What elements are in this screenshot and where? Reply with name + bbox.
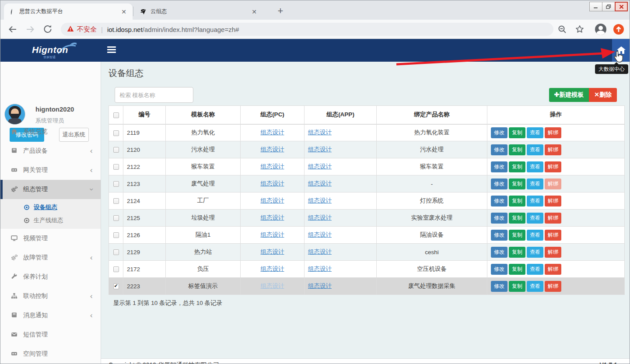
pc-config-link[interactable]: 组态设计 (261, 266, 284, 272)
delete-button[interactable]: ✕删除 (589, 88, 617, 102)
row-checkbox[interactable] (113, 198, 119, 204)
sidebar-submenu-item[interactable]: 设备组态 (0, 201, 101, 214)
sidebar-item-2[interactable]: 产品设备 ‹ (0, 141, 101, 161)
zoom-out-icon[interactable] (557, 24, 567, 35)
row-checkbox[interactable] (113, 181, 119, 187)
row-checkbox[interactable] (113, 249, 119, 255)
sidebar-item-3[interactable]: 网关管理 ‹ (0, 161, 101, 180)
browser-tab-active[interactable]: 思普云大数据平台 ✕ (4, 4, 133, 20)
action-copy-button[interactable]: 复制 (509, 247, 525, 258)
action-edit-button[interactable]: 修改 (491, 281, 508, 292)
action-view-button[interactable]: 查看 (527, 247, 543, 258)
action-edit-button[interactable]: 修改 (491, 213, 508, 224)
sidebar-item-11[interactable]: 空间管理 (0, 344, 101, 364)
app-config-link[interactable]: 组态设计 (308, 129, 332, 136)
extension-update-icon[interactable] (613, 24, 623, 34)
action-view-button[interactable]: 查看 (527, 281, 543, 292)
app-config-link[interactable]: 组态设计 (308, 180, 332, 187)
tab-close-icon[interactable]: ✕ (250, 8, 259, 15)
reload-button[interactable] (42, 24, 53, 35)
action-view-button[interactable]: 查看 (527, 161, 543, 172)
pc-config-link[interactable]: 组态设计 (261, 129, 284, 136)
action-unbind-button[interactable]: 解绑 (545, 264, 561, 275)
action-unbind-button[interactable]: 解绑 (545, 213, 561, 224)
minimize-button[interactable] (589, 2, 602, 11)
pc-config-link[interactable]: 组态设计 (261, 214, 284, 221)
app-config-link[interactable]: 组态设计 (308, 248, 332, 255)
row-checkbox[interactable] (113, 232, 119, 238)
action-edit-button[interactable]: 修改 (491, 144, 508, 155)
sidebar-item-8[interactable]: 联动控制 ‹ (0, 287, 101, 306)
bookmark-star-icon[interactable] (574, 24, 585, 35)
action-copy-button[interactable]: 复制 (509, 213, 525, 224)
action-view-button[interactable]: 查看 (527, 144, 543, 155)
action-edit-button[interactable]: 修改 (491, 161, 508, 172)
new-template-button[interactable]: ✚新建模板 (549, 88, 589, 102)
action-view-button[interactable]: 查看 (527, 127, 543, 138)
pc-config-link[interactable]: 组态设计 (261, 248, 284, 255)
row-checkbox[interactable] (113, 284, 119, 289)
action-view-button[interactable]: 查看 (527, 230, 543, 241)
action-edit-button[interactable]: 修改 (491, 230, 508, 241)
pc-config-link[interactable]: 组态设计 (261, 180, 284, 187)
action-edit-button[interactable]: 修改 (491, 196, 508, 206)
action-copy-button[interactable]: 复制 (509, 264, 525, 275)
action-unbind-button[interactable]: 解绑 (545, 161, 561, 172)
action-view-button[interactable]: 查看 (527, 196, 543, 206)
big-data-center-home-button[interactable] (612, 39, 630, 62)
row-checkbox[interactable] (113, 130, 119, 136)
app-config-link[interactable]: 组态设计 (308, 214, 332, 221)
app-config-link[interactable]: 组态设计 (308, 197, 332, 204)
row-checkbox[interactable] (113, 164, 119, 170)
action-copy-button[interactable]: 复制 (509, 281, 525, 292)
browser-profile-avatar[interactable] (595, 24, 606, 35)
action-edit-button[interactable]: 修改 (491, 247, 508, 258)
action-unbind-button[interactable]: 解绑 (545, 230, 561, 241)
action-edit-button[interactable]: 修改 (491, 127, 508, 138)
row-checkbox[interactable] (113, 266, 119, 272)
action-copy-button[interactable]: 复制 (509, 230, 525, 241)
app-config-link[interactable]: 组态设计 (308, 283, 332, 289)
sidebar-submenu-item[interactable]: 生产线组态 (0, 214, 101, 227)
close-button[interactable] (615, 2, 628, 11)
sidebar-item-5[interactable]: 视频管理 (0, 229, 101, 248)
app-config-link[interactable]: 组态设计 (308, 231, 332, 238)
sidebar-item-6[interactable]: 故障管理 ‹ (0, 248, 101, 267)
address-bar[interactable]: 不安全 | iot.idosp.net/admin/index.html?lan… (61, 23, 553, 36)
pc-config-link[interactable]: 组态设计 (261, 163, 284, 170)
restore-button[interactable] (602, 2, 615, 11)
app-config-link[interactable]: 组态设计 (308, 163, 332, 170)
action-unbind-button[interactable]: 解绑 (545, 178, 561, 189)
sidebar-item-1[interactable]: 系统总览 (0, 122, 101, 141)
sidebar-item-9[interactable]: 消息通知 ‹ (0, 306, 101, 325)
select-all-checkbox[interactable] (113, 112, 119, 118)
action-unbind-button[interactable]: 解绑 (545, 196, 561, 206)
back-button[interactable] (7, 24, 18, 35)
tab-close-icon[interactable]: ✕ (119, 8, 128, 15)
app-config-link[interactable]: 组态设计 (308, 266, 332, 272)
action-copy-button[interactable]: 复制 (509, 196, 525, 206)
app-config-link[interactable]: 组态设计 (308, 146, 332, 153)
row-checkbox[interactable] (113, 147, 119, 153)
action-edit-button[interactable]: 修改 (491, 264, 508, 275)
action-view-button[interactable]: 查看 (527, 264, 543, 275)
action-copy-button[interactable]: 复制 (509, 178, 525, 189)
pc-config-link[interactable]: 组态设计 (261, 231, 284, 238)
pc-config-link[interactable]: 组态设计 (261, 197, 284, 204)
action-copy-button[interactable]: 复制 (509, 144, 525, 155)
action-view-button[interactable]: 查看 (527, 213, 543, 224)
action-unbind-button[interactable]: 解绑 (545, 127, 561, 138)
forward-button[interactable] (25, 24, 35, 35)
search-input[interactable] (115, 87, 193, 103)
pc-config-link[interactable]: 组态设计 (261, 283, 284, 289)
sidebar-item-4[interactable]: 组态管理 ‹ (0, 180, 101, 199)
action-edit-button[interactable]: 修改 (491, 178, 508, 189)
action-view-button[interactable]: 查看 (527, 178, 543, 189)
action-copy-button[interactable]: 复制 (509, 127, 525, 138)
pc-config-link[interactable]: 组态设计 (261, 146, 284, 153)
new-tab-button[interactable]: + (274, 5, 287, 17)
action-unbind-button[interactable]: 解绑 (545, 281, 561, 292)
sidebar-item-7[interactable]: 保养计划 (0, 267, 101, 287)
sidebar-item-10[interactable]: 短信管理 (0, 325, 101, 344)
browser-tab-inactive[interactable]: 云组态 ✕ (135, 4, 263, 20)
